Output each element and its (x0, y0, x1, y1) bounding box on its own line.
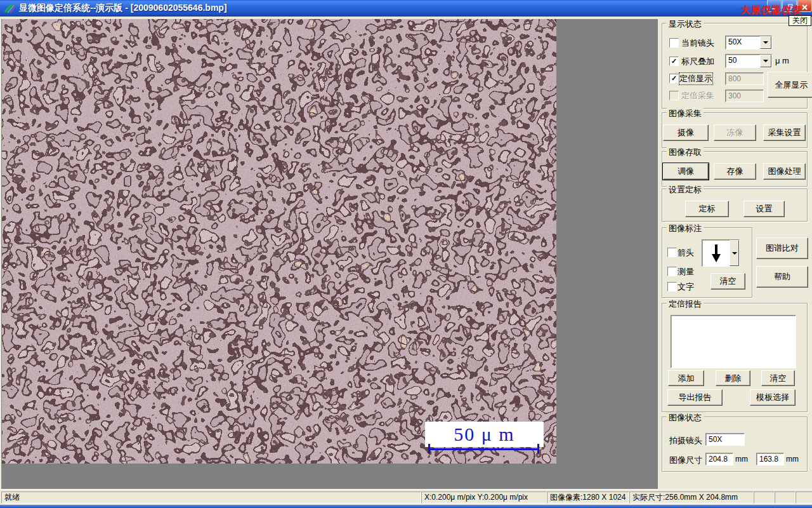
ruler-dropdown-button[interactable] (760, 55, 771, 67)
current-lens-checkbox[interactable] (669, 38, 679, 48)
chevron-down-icon (763, 41, 768, 44)
fixed-capture-checkbox (669, 91, 679, 100)
fixed-capture-input: 300 (725, 90, 764, 102)
help-button[interactable]: 帮助 (756, 266, 808, 288)
micrograph-texture (2, 19, 556, 464)
template-select-button[interactable]: 模板选择 (750, 389, 796, 406)
text-checkbox[interactable] (667, 282, 677, 291)
fixed-display-checkbox[interactable]: ✓ (669, 74, 679, 83)
ruler-unit-label: μ m (775, 56, 789, 65)
scale-bar-box: 50 μ m (425, 422, 544, 447)
freeze-button: 冻像 (714, 124, 756, 141)
report-listbox[interactable] (671, 315, 796, 368)
group-display-status-title: 显示状态 (667, 18, 704, 30)
group-image-status-title: 图像状态 (667, 412, 704, 424)
clear-annotation-button[interactable]: 清空 (710, 273, 745, 290)
load-image-button[interactable]: 调像 (663, 163, 709, 180)
image-canvas-background: 50 μ m (1, 19, 658, 489)
ruler-value-dropdown[interactable]: 50 (725, 54, 772, 68)
app-icon (4, 3, 16, 14)
arrow-label: 箭头 (678, 247, 694, 258)
fullscreen-button[interactable]: 全屏显示 (768, 72, 812, 98)
export-report-button[interactable]: 导出报告 (667, 389, 723, 406)
scale-bar-tick-left (428, 444, 430, 453)
scale-bar-tick-right (537, 444, 539, 453)
calibration-setup-button[interactable]: 设置 (743, 201, 785, 217)
fixed-capture-label: 定倍采集 (681, 90, 714, 102)
arrow-checkbox[interactable] (667, 248, 677, 257)
calibrate-button[interactable]: 定标 (685, 201, 729, 217)
current-lens-value: 50X (726, 36, 760, 49)
current-lens-dropdown-button[interactable] (760, 36, 771, 49)
save-image-button[interactable]: 存像 (714, 163, 756, 180)
arrow-style-preview (702, 240, 730, 266)
capture-settings-button[interactable]: 采集设置 (763, 124, 806, 141)
measure-label: 测量 (678, 266, 694, 277)
close-icon (802, 4, 808, 10)
fixed-display-label: 定倍显示 (679, 73, 712, 84)
shoot-lens-label: 拍摄镜头 (669, 435, 702, 446)
taskbar-edge (0, 505, 812, 508)
group-report-title: 定倍报告 (667, 298, 704, 310)
app-window: 显微图像定倍系统--演示版 - [20090602055646.bmp] 大原仪… (0, 0, 812, 508)
report-clear-button[interactable]: 清空 (761, 370, 795, 386)
check-icon: ✓ (671, 57, 677, 65)
current-lens-dropdown[interactable]: 50X (725, 36, 772, 50)
group-capture-title: 图像采集 (667, 108, 704, 119)
current-lens-label: 当前镜头 (681, 37, 714, 49)
image-height-value: 163.8 (756, 453, 784, 465)
window-title: 显微图像定倍系统--演示版 - [20090602055646.bmp] (19, 3, 227, 14)
text-label: 文字 (678, 281, 694, 293)
status-spare-2 (775, 491, 796, 504)
status-ready: 就绪 (1, 491, 421, 504)
status-bar: 就绪 X:0.200μ m/pix Y:0.200μ m/pix 图像像素:12… (0, 489, 812, 505)
chevron-down-icon (763, 60, 768, 62)
shoot-lens-value: 50X (705, 433, 745, 446)
ruler-overlay-label: 标尺叠加 (681, 56, 714, 67)
status-image-pixels: 图像像素:1280 X 1024 (547, 491, 629, 504)
image-process-button[interactable]: 图像处理 (763, 163, 806, 180)
status-spare-3 (796, 491, 812, 504)
group-storage-title: 图像存取 (667, 147, 704, 158)
arrow-style-dropdown[interactable] (702, 239, 740, 267)
image-size-label: 图像尺寸 (669, 455, 702, 466)
image-width-value: 204.8 (705, 453, 733, 465)
ruler-overlay-checkbox[interactable]: ✓ (669, 57, 679, 66)
atlas-compare-button[interactable]: 图谱比对 (756, 237, 808, 259)
image-height-unit: mm (786, 455, 799, 464)
arrow-style-dropdown-button[interactable] (730, 240, 739, 266)
image-width-unit: mm (735, 455, 748, 464)
down-arrow-icon (710, 243, 722, 264)
report-add-button[interactable]: 添加 (668, 370, 704, 386)
scale-bar-label: 50 μ m (454, 424, 514, 445)
group-annotation-title: 图像标注 (667, 223, 704, 234)
fixed-display-input: 800 (725, 72, 764, 85)
close-tooltip: 关闭 (789, 15, 811, 26)
status-spare-1 (754, 491, 775, 504)
measure-checkbox[interactable] (667, 267, 677, 276)
ruler-value: 50 (726, 55, 760, 67)
title-bar: 显微图像定倍系统--演示版 - [20090602055646.bmp] 大原仪… (0, 0, 812, 17)
status-actual-size: 实际尺寸:256.0mm X 204.8mm (629, 491, 754, 504)
report-delete-button[interactable]: 删除 (716, 370, 750, 386)
status-pixel-scale: X:0.200μ m/pix Y:0.200μ m/pix (421, 491, 547, 504)
shoot-button[interactable]: 摄像 (663, 124, 709, 141)
group-calibration: 设置定标 (662, 189, 808, 222)
scale-bar-line (430, 448, 539, 450)
micrograph-image[interactable]: 50 μ m (2, 19, 556, 464)
chevron-down-icon (732, 252, 737, 255)
check-icon: ✓ (671, 74, 677, 82)
group-calibration-title: 设置定标 (667, 184, 704, 196)
